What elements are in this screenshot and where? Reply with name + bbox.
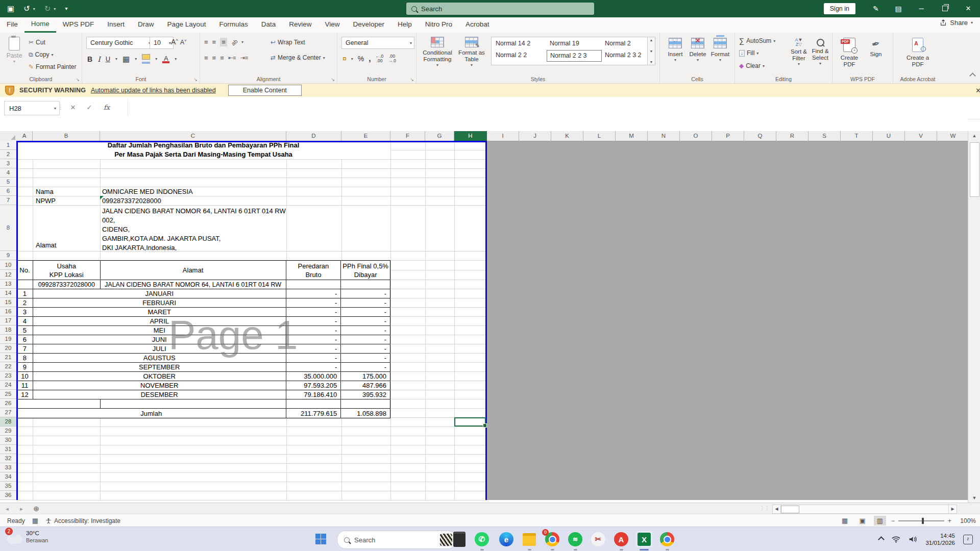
share-button[interactable]: Share ▾ bbox=[940, 19, 973, 27]
menu-tab-nitro-pro[interactable]: Nitro Pro bbox=[419, 17, 459, 33]
format-as-table-button[interactable]: ✎ Format as Table ▾ bbox=[456, 37, 487, 67]
ribbon-display-options-icon[interactable]: ▤ bbox=[887, 0, 910, 17]
nama-value-cell[interactable]: OMNICARE MED INDONESIA bbox=[102, 188, 193, 195]
autosum-button[interactable]: ∑AutoSum▾ bbox=[739, 37, 775, 45]
row-header-25[interactable]: 25 bbox=[0, 390, 17, 399]
decrease-decimal-icon[interactable]: .00→.0 bbox=[388, 54, 396, 63]
total-pph-cell[interactable]: 1.058.898 bbox=[341, 409, 390, 418]
column-header-V[interactable]: V bbox=[905, 131, 937, 141]
month-november-pph[interactable]: 487.966 bbox=[341, 381, 390, 390]
cell-style-normal-2-2[interactable]: Normal 2 2 bbox=[493, 50, 547, 61]
restore-button[interactable] bbox=[933, 0, 957, 17]
minimize-button[interactable]: ─ bbox=[910, 0, 933, 17]
row-header-18[interactable]: 18 bbox=[0, 325, 17, 335]
row-header-22[interactable]: 22 bbox=[0, 362, 17, 371]
row-header-24[interactable]: 24 bbox=[0, 381, 17, 390]
security-bar-close-icon[interactable]: ✕ bbox=[975, 87, 980, 94]
column-header-E[interactable]: E bbox=[341, 131, 390, 141]
font-family-combo[interactable]: Century Gothic▾ bbox=[86, 37, 153, 49]
conditional-formatting-button[interactable]: Conditional Formatting ▾ bbox=[421, 37, 454, 67]
month-oktober-name[interactable]: OKTOBER bbox=[33, 372, 286, 381]
empty-row-mid[interactable] bbox=[101, 399, 286, 409]
row-header-19[interactable]: 19 bbox=[0, 335, 17, 344]
close-button[interactable]: ✕ bbox=[957, 0, 980, 17]
table-header-usaha-kpp[interactable]: UsahaKPP Lokasi bbox=[33, 261, 101, 280]
menu-tab-insert[interactable]: Insert bbox=[101, 17, 131, 33]
column-header-D[interactable]: D bbox=[286, 131, 341, 141]
decrease-indent-icon[interactable]: ⇤≡ bbox=[228, 55, 236, 61]
column-header-F[interactable]: F bbox=[390, 131, 425, 141]
menu-tab-acrobat[interactable]: Acrobat bbox=[459, 17, 496, 33]
column-header-O[interactable]: O bbox=[680, 131, 712, 141]
namebox-splitter[interactable]: ⋮ bbox=[57, 103, 64, 111]
row-header-15[interactable]: 15 bbox=[0, 298, 17, 307]
fill-color-icon[interactable] bbox=[142, 54, 150, 64]
column-header-A[interactable]: A bbox=[16, 131, 33, 141]
column-header-W[interactable]: W bbox=[937, 131, 968, 141]
align-left-icon[interactable]: ≡ bbox=[204, 54, 208, 62]
collapse-ribbon-icon[interactable] bbox=[970, 71, 975, 80]
menu-tab-wps-pdf[interactable]: WPS PDF bbox=[56, 17, 101, 33]
row-header-10[interactable]: 10 bbox=[0, 260, 17, 270]
row-header-17[interactable]: 17 bbox=[0, 316, 17, 325]
row-header-35[interactable]: 35 bbox=[0, 482, 17, 491]
month-januari-pph[interactable]: - bbox=[341, 289, 390, 298]
scroll-down-icon[interactable]: ▼ bbox=[968, 495, 980, 500]
row-header-30[interactable]: 30 bbox=[0, 436, 17, 445]
column-header-U[interactable]: U bbox=[873, 131, 905, 141]
italic-button[interactable]: I bbox=[97, 55, 101, 63]
zoom-slider[interactable]: − + bbox=[891, 517, 951, 524]
row-header-9[interactable]: 9 bbox=[0, 251, 17, 260]
name-box[interactable]: H28▾ bbox=[4, 101, 60, 115]
zoom-in-icon[interactable]: + bbox=[948, 517, 951, 524]
month-agustus-pph[interactable]: - bbox=[341, 354, 390, 363]
align-middle-icon[interactable]: ≡ bbox=[212, 38, 216, 46]
month-februari-bruto[interactable]: - bbox=[286, 298, 341, 308]
kpp-row-bruto[interactable] bbox=[286, 280, 341, 289]
row-header-20[interactable]: 20 bbox=[0, 344, 17, 353]
month-april-no[interactable]: 4 bbox=[17, 317, 33, 326]
accounting-format-icon[interactable]: ¤ bbox=[342, 55, 347, 63]
delete-cells-button[interactable]: ✕ Delete▾ bbox=[688, 38, 708, 62]
bold-button[interactable]: B bbox=[87, 55, 92, 63]
chrome-dev-app-icon[interactable] bbox=[659, 531, 675, 547]
month-september-no[interactable]: 9 bbox=[17, 363, 33, 372]
kpp-row-alamat[interactable]: JALAN CIDENG BARAT NOMOR 64, LANTAI 6 01… bbox=[101, 280, 286, 289]
wifi-icon[interactable] bbox=[892, 536, 900, 543]
column-header-K[interactable]: K bbox=[551, 131, 583, 141]
notification-center-icon[interactable]: z bbox=[963, 535, 973, 544]
orientation-icon[interactable]: ab bbox=[230, 38, 238, 46]
comma-style-icon[interactable]: , bbox=[369, 54, 371, 63]
month-desember-name[interactable]: DESEMBER bbox=[33, 390, 286, 399]
row-header-28[interactable]: 28 bbox=[0, 417, 17, 427]
security-warning-message-link[interactable]: Automatic update of links has been disab… bbox=[91, 87, 216, 94]
row-header-14[interactable]: 14 bbox=[0, 289, 17, 298]
month-november-no[interactable]: 11 bbox=[17, 381, 33, 390]
weather-widget[interactable]: 2 30°C Berawan bbox=[7, 530, 48, 544]
font-size-combo[interactable]: 10▾ bbox=[150, 37, 174, 49]
fill-button[interactable]: ↓Fill▾ bbox=[739, 49, 758, 57]
empty-row-left[interactable] bbox=[17, 399, 101, 409]
month-februari-no[interactable]: 2 bbox=[17, 298, 33, 308]
kpp-row-npwp[interactable]: 0992873372028000 bbox=[33, 280, 101, 289]
format-cells-button[interactable]: Format▾ bbox=[710, 38, 730, 62]
grow-font-icon[interactable]: A˄ bbox=[171, 38, 178, 46]
month-oktober-bruto[interactable]: 35.000.000 bbox=[286, 372, 341, 381]
month-april-pph[interactable]: - bbox=[341, 317, 390, 326]
number-dialog-launcher-icon[interactable]: ↘ bbox=[410, 77, 414, 82]
clipboard-dialog-launcher-icon[interactable]: ↘ bbox=[76, 77, 80, 82]
nitro-app-icon[interactable]: A bbox=[613, 531, 629, 547]
tabbar-splitter[interactable]: ⋮⋮ bbox=[760, 505, 770, 511]
vertical-scrollbar[interactable]: ▲ ▼ bbox=[968, 131, 980, 503]
month-mei-no[interactable]: 5 bbox=[17, 326, 33, 335]
macro-record-icon[interactable]: ▦ bbox=[32, 517, 38, 524]
selected-cell-H28[interactable] bbox=[454, 417, 486, 427]
month-juli-pph[interactable]: - bbox=[341, 344, 390, 354]
whatsapp-app-icon[interactable]: ✆ bbox=[474, 531, 490, 547]
number-format-combo[interactable]: General▾ bbox=[341, 37, 414, 49]
month-mei-pph[interactable]: - bbox=[341, 326, 390, 335]
column-header-B[interactable]: B bbox=[33, 131, 100, 141]
menu-tab-draw[interactable]: Draw bbox=[131, 17, 161, 33]
scroll-right-icon[interactable]: ▶ bbox=[948, 505, 957, 513]
edge-app-icon[interactable]: e bbox=[498, 531, 514, 547]
